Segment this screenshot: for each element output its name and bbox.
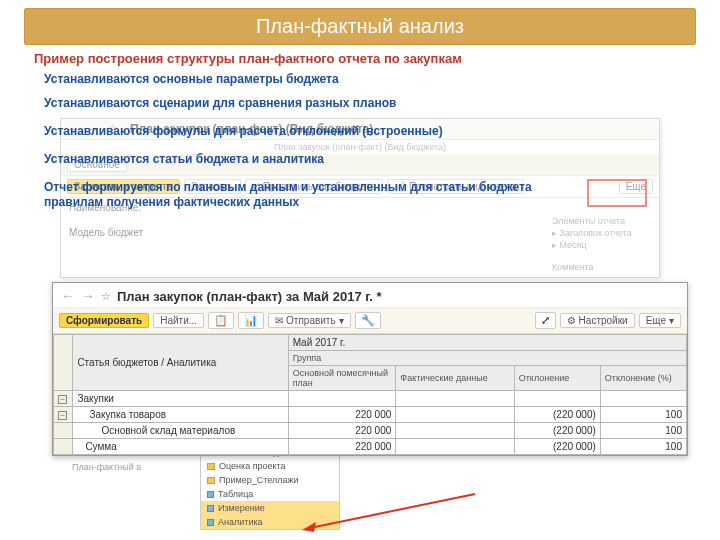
node-icon <box>207 491 214 498</box>
send-button[interactable]: ✉ Отправить ▾ <box>268 313 351 328</box>
col-group: Группа <box>288 351 686 366</box>
col-fact: Фактические данные <box>396 366 514 391</box>
collapse-icon[interactable]: − <box>58 411 67 420</box>
report-table: Статья бюджетов / Аналитика Май 2017 г. … <box>53 334 687 455</box>
tree-item[interactable]: Пример_Стеллажи <box>201 473 339 487</box>
node-icon <box>207 519 214 526</box>
tool-icon-2[interactable]: 📊 <box>238 312 264 329</box>
form-button[interactable]: Сформировать <box>59 313 149 328</box>
collapse-icon[interactable]: − <box>58 395 67 404</box>
col-article: Статья бюджетов / Аналитика <box>73 335 288 391</box>
node-icon <box>207 505 214 512</box>
elements-panel: Элементы отчета ▸ Заголовок отчета ▸ Мес… <box>550 215 690 273</box>
mail-icon: ✉ <box>275 315 283 326</box>
step-5: Отчет формируется по плановым данным и у… <box>44 180 584 210</box>
tree-item[interactable]: Измерение <box>201 501 339 515</box>
col-dev-pct: Отклонение (%) <box>600 366 686 391</box>
step-1: Устанавливаются основные параметры бюдже… <box>44 72 720 86</box>
col-plan: Основной помесячный план <box>288 366 396 391</box>
tool-icon-3[interactable]: 🔧 <box>355 312 381 329</box>
step-4: Устанавливаются статьи бюджета и аналити… <box>44 152 720 166</box>
nav-fwd-icon[interactable]: → <box>81 288 95 304</box>
settings-button[interactable]: ⚙ Настройки <box>560 313 635 328</box>
tree-item[interactable]: Таблица <box>201 487 339 501</box>
page-title: План-фактный анализ <box>24 8 696 45</box>
report-title: План закупок (план-факт) за Май 2017 г. … <box>117 289 382 304</box>
table-row[interactable]: Основной склад материалов 220 000 (220 0… <box>54 423 687 439</box>
table-row[interactable]: − Закупка товаров 220 000 (220 000) 100 <box>54 407 687 423</box>
more-button-2[interactable]: Еще ▾ <box>639 313 681 328</box>
table-row[interactable]: − Закупки <box>54 391 687 407</box>
col-period: Май 2017 г. <box>288 335 686 351</box>
highlight-marker <box>587 179 647 207</box>
col-dev: Отклонение <box>514 366 600 391</box>
table-row[interactable]: Сумма 220 000 (220 000) 100 <box>54 439 687 455</box>
nav-back-icon[interactable]: ← <box>61 288 75 304</box>
tree-item[interactable]: Оценка проекта <box>201 459 339 473</box>
folder-icon <box>207 463 215 470</box>
subtitle: Пример построения структуры план-фактног… <box>34 51 720 66</box>
tree-item-selected[interactable]: Аналитика <box>201 515 339 529</box>
report-window: ← → ☆ План закупок (план-факт) за Май 20… <box>52 282 688 456</box>
step-3: Устанавливаются формулы для расчета откл… <box>44 124 720 138</box>
tool-icon-1[interactable]: 📋 <box>208 312 234 329</box>
gear-icon: ⚙ <box>567 315 576 326</box>
star-icon[interactable]: ☆ <box>101 290 111 303</box>
expand-icon[interactable]: ⤢ <box>535 312 556 329</box>
folder-icon <box>207 477 215 484</box>
step-2: Устанавливаются сценарии для сравнения р… <box>44 96 720 110</box>
find-button[interactable]: Найти... <box>153 313 204 328</box>
